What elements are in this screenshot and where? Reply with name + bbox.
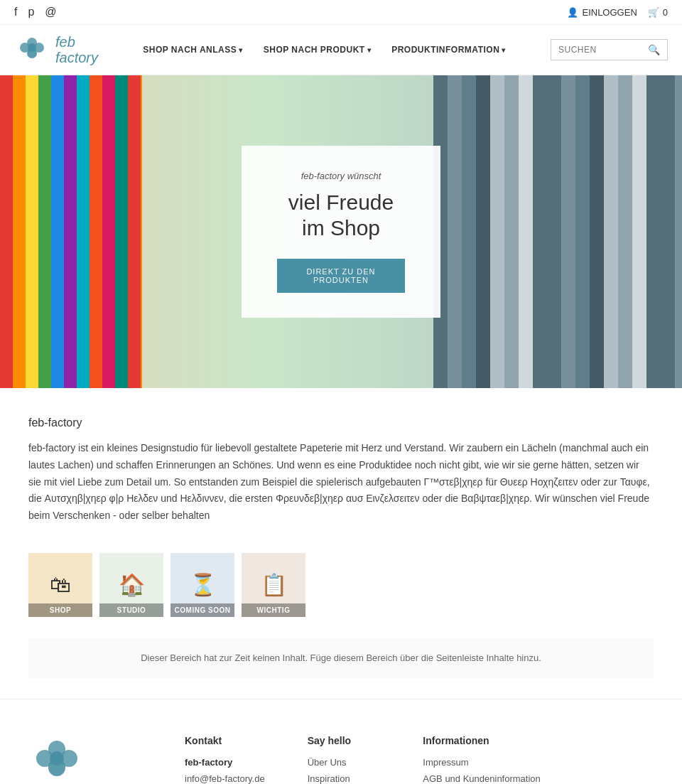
cart-icon[interactable]: 🛒 0 — [648, 7, 668, 18]
instagram-icon[interactable]: @ — [45, 6, 56, 18]
top-bar-right: 👤 EINLOGGEN 🛒 0 — [567, 7, 668, 18]
top-bar: f p @ 👤 EINLOGGEN 🛒 0 — [0, 0, 682, 25]
footer-cols: Kontakt feb-factory info@feb-factory.de … — [185, 735, 654, 784]
person-icon: 👤 — [567, 7, 578, 18]
footer-col-informationen-heading: Informationen — [423, 735, 541, 746]
svg-point-4 — [28, 43, 36, 52]
footer-col-informationen: Informationen Impressum AGB und Kundenin… — [423, 735, 541, 784]
chevron-down-icon-3: ▾ — [502, 46, 506, 54]
books-right — [433, 75, 682, 388]
coming-icon: ⏳ — [190, 573, 216, 596]
nav-label-produkt: SHOP NACH PRODUKT — [264, 45, 365, 55]
nav-label-info: PRODUKTINFORMATION — [391, 45, 499, 55]
logo-factory: factory — [55, 50, 98, 65]
about-section: feb-factory feb-factory ist ein kleines … — [0, 388, 682, 539]
logo-feb: feb — [55, 34, 98, 50]
cart-bag-icon: 🛒 — [648, 7, 659, 18]
tile-coming-label: COMING SOON — [170, 603, 234, 617]
tile-studio-label: STUDIO — [99, 603, 163, 617]
chevron-down-icon-2: ▾ — [367, 46, 372, 54]
category-tiles: 🛍 SHOP 🏠 STUDIO ⏳ COMING SOON 📋 WICHTIG — [0, 539, 682, 638]
footer-col-say-hello: Say hello Über Uns Inspiration Beliebte … — [308, 735, 381, 784]
about-text: feb-factory ist ein kleines Designstudio… — [28, 440, 654, 525]
top-bar-social: f p @ — [14, 6, 57, 18]
footer-col-kontakt-heading: Kontakt — [185, 735, 265, 746]
footer-content: feb factory Kontakt feb-factory info@feb… — [28, 735, 654, 784]
chevron-down-icon: ▾ — [239, 46, 243, 54]
about-heading: feb-factory — [28, 417, 654, 429]
tile-studio[interactable]: 🏠 STUDIO — [99, 553, 163, 617]
empty-text: Dieser Bereich hat zur Zeit keinen Inhal… — [141, 653, 541, 663]
svg-point-9 — [50, 751, 64, 766]
search-button[interactable]: 🔍 — [648, 44, 660, 55]
main-nav: SHOP NACH ANLASS ▾ SHOP NACH PRODUKT ▾ P… — [134, 39, 514, 60]
hero-banner: feb-factory wünscht viel Freude im Shop … — [0, 75, 682, 388]
login-link[interactable]: 👤 EINLOGGEN — [567, 7, 637, 18]
tile-shop-label: SHOP — [28, 603, 92, 617]
pinterest-icon[interactable]: p — [28, 6, 34, 18]
login-label: EINLOGGEN — [582, 7, 637, 18]
footer-link-ueber-uns[interactable]: Über Uns — [308, 757, 381, 768]
footer: feb factory Kontakt feb-factory info@feb… — [0, 699, 682, 784]
hero-card: feb-factory wünscht viel Freude im Shop … — [242, 146, 440, 318]
hero-cta-button[interactable]: DIREKT ZU DEN PRODUKTEN — [277, 259, 405, 293]
books-left — [0, 75, 142, 388]
search-input[interactable] — [558, 45, 644, 55]
tile-wichtig-label: WICHTIG — [242, 603, 305, 617]
footer-link-agb[interactable]: AGB und Kundeninformation — [423, 773, 541, 784]
shop-icon: 🛍 — [50, 573, 71, 597]
search-box: 🔍 — [551, 39, 668, 60]
footer-link-email[interactable]: info@feb-factory.de — [185, 773, 265, 784]
studio-icon: 🏠 — [119, 572, 145, 597]
cart-count: 0 — [663, 7, 668, 18]
facebook-icon[interactable]: f — [14, 6, 17, 18]
footer-link-feb-factory[interactable]: feb-factory — [185, 757, 265, 768]
nav-item-produkt[interactable]: SHOP NACH PRODUKT ▾ — [255, 39, 379, 60]
logo-text: feb factory — [55, 34, 98, 65]
logo[interactable]: feb factory — [14, 32, 98, 68]
footer-col-say-hello-heading: Say hello — [308, 735, 381, 746]
footer-logo: feb factory — [28, 735, 156, 784]
wichtig-icon: 📋 — [261, 572, 287, 597]
footer-link-inspiration[interactable]: Inspiration — [308, 773, 381, 784]
footer-link-impressum[interactable]: Impressum — [423, 757, 541, 768]
tile-shop[interactable]: 🛍 SHOP — [28, 553, 92, 617]
nav-item-anlass[interactable]: SHOP NACH ANLASS ▾ — [134, 39, 251, 60]
header: feb factory SHOP NACH ANLASS ▾ SHOP NACH… — [0, 25, 682, 75]
nav-item-info[interactable]: PRODUKTINFORMATION ▾ — [383, 39, 514, 60]
nav-label-anlass: SHOP NACH ANLASS — [143, 45, 237, 55]
tile-wichtig[interactable]: 📋 WICHTIG — [242, 553, 305, 617]
empty-area: Dieser Bereich hat zur Zeit keinen Inhal… — [28, 638, 654, 677]
footer-col-kontakt: Kontakt feb-factory info@feb-factory.de … — [185, 735, 265, 784]
hero-title: viel Freude im Shop — [277, 190, 405, 241]
logo-flower-icon — [14, 32, 50, 68]
hero-subtitle: feb-factory wünscht — [277, 171, 405, 181]
footer-flower-icon — [28, 735, 85, 781]
tile-coming-soon[interactable]: ⏳ COMING SOON — [170, 553, 234, 617]
